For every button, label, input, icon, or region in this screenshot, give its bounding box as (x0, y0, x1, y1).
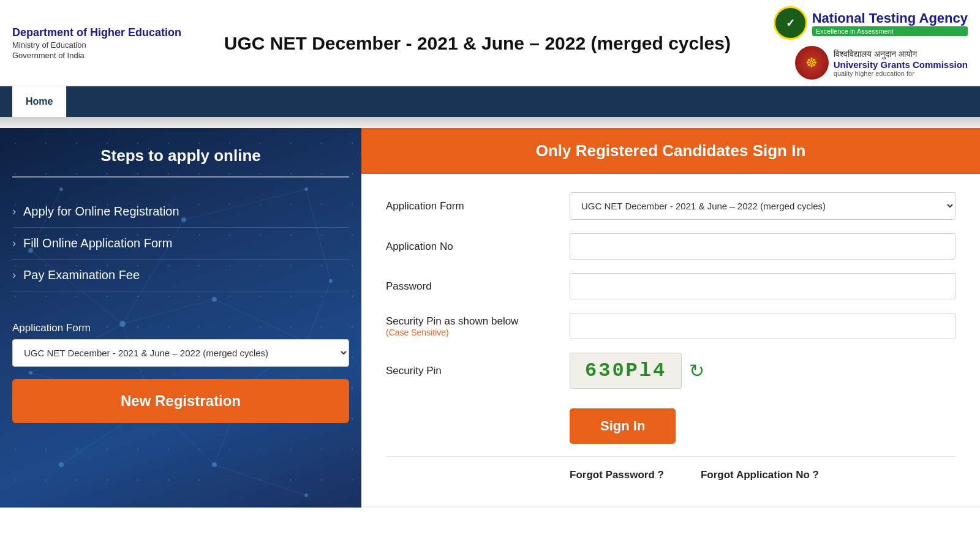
step-label-2: Fill Online Application Form (23, 236, 172, 250)
new-registration-button[interactable]: New Registration (12, 379, 349, 423)
step-item-3[interactable]: › Pay Examination Fee (12, 260, 349, 291)
signin-button[interactable]: Sign In (570, 408, 676, 444)
nav-bar: Home (0, 86, 980, 117)
svg-line-12 (214, 465, 306, 495)
dropdown-section: Application Form UGC NET December - 2021… (12, 322, 349, 367)
application-no-row: Application No (386, 233, 956, 260)
step-item-1[interactable]: › Apply for Online Registration (12, 196, 349, 228)
nav-item-home[interactable]: Home (12, 86, 67, 117)
security-pin-as-shown-label: Security Pin as shown below (Case Sensit… (386, 315, 557, 337)
nta-logo: ✓ National Testing Agency Excellence in … (774, 6, 968, 40)
ugc-text: विश्वविद्यालय अनुदान आयोग University Gra… (834, 49, 968, 77)
step-arrow-1: › (12, 205, 16, 218)
application-form-label: Application Form (386, 200, 557, 212)
signin-header-text: Only Registered Candidates Sign In (536, 141, 806, 160)
signin-btn-row: Sign In (386, 402, 956, 456)
ugc-hindi: विश्वविद्यालय अनुदान आयोग (834, 49, 968, 59)
main-content: Steps to apply online › Apply for Online… (0, 128, 980, 508)
step-item-2[interactable]: › Fill Online Application Form (12, 228, 349, 260)
form-area: Application Form UGC NET December - 2021… (361, 174, 980, 506)
steps-list: › Apply for Online Registration › Fill O… (12, 196, 349, 291)
right-panel: Only Registered Candidates Sign In Appli… (361, 128, 980, 508)
step-arrow-2: › (12, 237, 16, 250)
page-title: UGC NET December - 2021 & June – 2022 (m… (206, 31, 749, 55)
svg-point-27 (304, 493, 308, 497)
forgot-appno-link[interactable]: Forgot Application No ? (701, 469, 819, 481)
svg-line-1 (123, 299, 214, 324)
header-logos: ✓ National Testing Agency Excellence in … (774, 6, 968, 80)
ugc-logo-icon: ☸ (795, 46, 829, 80)
svg-point-24 (29, 371, 32, 375)
ugc-name: University Grants Commission (834, 59, 968, 70)
left-panel: Steps to apply online › Apply for Online… (0, 128, 361, 508)
application-form-select[interactable]: UGC NET December - 2021 & June – 2022 (m… (570, 192, 956, 220)
ugc-tagline: quality higher education for (834, 70, 968, 77)
nta-text: National Testing Agency Excellence in As… (812, 10, 968, 36)
nta-tagline: Excellence in Assessment (812, 26, 968, 36)
application-form-row: Application Form UGC NET December - 2021… (386, 192, 956, 220)
svg-point-26 (212, 462, 217, 467)
ministry-name: Ministry of Education (12, 40, 181, 50)
forgot-row: Forgot Password ? Forgot Application No … (386, 456, 956, 487)
steps-divider (12, 176, 349, 178)
case-sensitive-label: (Case Sensitive) (386, 328, 557, 337)
security-pin-display: 630Pl4 ↻ (570, 353, 704, 389)
dept-name: Department of Higher Education (12, 26, 181, 39)
nta-logo-icon: ✓ (774, 6, 807, 40)
steps-title: Steps to apply online (12, 146, 349, 165)
security-pin-value: 630Pl4 (570, 353, 682, 389)
security-pin-display-label: Security Pin (386, 365, 557, 377)
password-input[interactable] (570, 273, 956, 299)
step-label-1: Apply for Online Registration (23, 204, 179, 219)
step-arrow-3: › (12, 269, 16, 282)
application-no-label: Application No (386, 241, 557, 253)
svg-point-30 (304, 187, 308, 191)
ugc-logo: ☸ विश्वविद्यालय अनुदान आयोग University G… (795, 46, 968, 80)
svg-point-19 (212, 297, 217, 302)
divider-strip (0, 117, 980, 128)
security-pin-input-row: Security Pin as shown below (Case Sensit… (386, 313, 956, 339)
nta-name: National Testing Agency (812, 10, 968, 26)
application-form-select-container: UGC NET December - 2021 & June – 2022 (m… (570, 192, 956, 220)
govt-name: Government of India (12, 51, 181, 60)
svg-point-28 (59, 187, 63, 191)
password-row: Password (386, 273, 956, 299)
header-dept-info: Department of Higher Education Ministry … (12, 26, 181, 60)
step-label-3: Pay Examination Fee (23, 268, 140, 282)
application-no-input[interactable] (570, 233, 956, 260)
security-pin-display-row: Security Pin 630Pl4 ↻ (386, 353, 956, 389)
svg-point-25 (59, 462, 64, 467)
signin-header: Only Registered Candidates Sign In (361, 128, 980, 174)
refresh-icon: ↻ (689, 360, 704, 381)
header: Department of Higher Education Ministry … (0, 0, 980, 86)
password-label: Password (386, 280, 557, 293)
dropdown-label: Application Form (12, 322, 349, 334)
application-form-dropdown[interactable]: UGC NET December - 2021 & June – 2022 (m… (12, 339, 349, 367)
forgot-password-link[interactable]: Forgot Password ? (570, 469, 664, 481)
security-pin-input[interactable] (570, 313, 956, 339)
header-center: UGC NET December - 2021 & June – 2022 (m… (181, 31, 774, 55)
refresh-captcha-button[interactable]: ↻ (689, 360, 704, 381)
